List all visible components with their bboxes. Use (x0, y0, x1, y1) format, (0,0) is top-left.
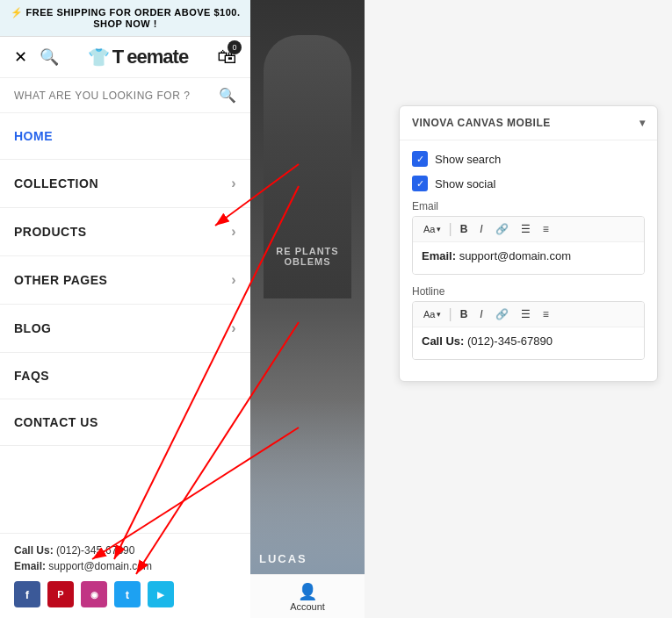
logo-text: eemate (126, 46, 188, 68)
link-btn-2[interactable]: 🔗 (491, 306, 513, 322)
bottom-nav-bar: 👤 Account (250, 574, 365, 618)
left-footer: Call Us: (012)-345-67890 Email: support@… (0, 533, 250, 618)
dropdown-arrow-icon[interactable]: ▾ (639, 117, 646, 129)
settings-panel: VINOVA CANVAS MOBILE ▾ ✓ Show search ✓ S… (399, 105, 658, 382)
show-social-label: Show social (435, 177, 495, 190)
banner-text: ⚡ FREE SHIPPING FOR ORDER ABOVE $100. SH… (11, 7, 241, 29)
show-social-checkbox[interactable]: ✓ (412, 176, 428, 191)
call-label: Call Us: (14, 544, 54, 557)
nav-item-home[interactable]: HOME (0, 113, 250, 160)
email-value: support@domain.com (48, 560, 152, 572)
social-icons-row: f P ◉ t ▶ (14, 581, 236, 607)
navigation-list: HOME COLLECTION › PRODUCTS › OTHER PAGES… (0, 113, 250, 533)
center-image: RE PLANTSOBLEMS LUCAS (250, 0, 365, 618)
nav-label-faqs: FAQS (14, 369, 49, 383)
site-logo: 👕 Teemate (88, 46, 188, 68)
email-line: Email: support@domain.com (14, 560, 236, 572)
font-size-btn-2[interactable]: Aa ▾ (420, 307, 444, 321)
hotline-editor: Aa ▾ | B I 🔗 ☰ ≡ Call Us: (012)-345-6789… (412, 301, 645, 360)
settings-panel-header: VINOVA CANVAS MOBILE ▾ (400, 106, 657, 140)
promo-banner: ⚡ FREE SHIPPING FOR ORDER ABOVE $100. SH… (0, 0, 250, 37)
email-content-bold: Email: (422, 249, 456, 262)
chevron-right-icon: › (231, 320, 236, 336)
hotline-content[interactable]: Call Us: (012)-345-67890 (413, 327, 644, 359)
nav-item-blog[interactable]: BLOG › (0, 305, 250, 353)
settings-panel-title: VINOVA CANVAS MOBILE (412, 117, 551, 129)
site-header: ✕ 🔍 👕 Teemate 🛍 0 (0, 37, 250, 78)
instagram-icon[interactable]: ◉ (81, 581, 107, 607)
header-left: ✕ 🔍 (14, 47, 59, 67)
nav-label-contact: CONTACT US (14, 415, 98, 429)
email-toolbar: Aa ▾ | B I 🔗 ☰ ≡ (413, 217, 644, 242)
chevron-right-icon: › (231, 224, 236, 240)
hotline-content-bold: Call Us: (422, 334, 464, 348)
pinterest-icon[interactable]: P (47, 581, 74, 607)
call-value: (012)-345-67890 (56, 544, 134, 557)
search-submit-icon[interactable]: 🔍 (219, 87, 236, 104)
nav-item-products[interactable]: PRODUCTS › (0, 208, 250, 256)
nav-label-home: HOME (14, 129, 53, 143)
email-content-value: support@domain.com (456, 249, 571, 262)
call-us-line: Call Us: (012)-345-67890 (14, 544, 236, 557)
logo-prefix: T (112, 46, 123, 68)
hotline-content-value: (012)-345-67890 (464, 334, 552, 348)
nav-label-collection: COLLECTION (14, 176, 98, 190)
email-editor: Aa ▾ | B I 🔗 ☰ ≡ Email: support@domain.c… (412, 216, 645, 275)
left-sidebar: ⚡ FREE SHIPPING FOR ORDER ABOVE $100. SH… (0, 0, 250, 618)
nav-label-other-pages: OTHER PAGES (14, 273, 107, 287)
vimeo-icon[interactable]: ▶ (148, 581, 174, 607)
search-icon[interactable]: 🔍 (40, 47, 59, 67)
chevron-right-icon: › (231, 176, 236, 191)
account-label: Account (290, 601, 325, 612)
email-content[interactable]: Email: support@domain.com (413, 242, 644, 274)
twitter-icon[interactable]: t (114, 581, 141, 607)
nav-item-other-pages[interactable]: OTHER PAGES › (0, 256, 250, 305)
email-field-label: Email (412, 200, 645, 212)
close-icon[interactable]: ✕ (14, 47, 27, 67)
nav-item-collection[interactable]: COLLECTION › (0, 160, 250, 208)
nav-label-products: PRODUCTS (14, 225, 87, 239)
ordered-list-btn-2[interactable]: ≡ (538, 306, 553, 322)
hotline-toolbar: Aa ▾ | B I 🔗 ☰ ≡ (413, 302, 644, 327)
show-social-row: ✓ Show social (412, 176, 645, 191)
italic-btn[interactable]: I (475, 221, 487, 237)
hotline-field-label: Hotline (412, 285, 645, 298)
search-input[interactable] (14, 90, 219, 102)
list-btn-2[interactable]: ☰ (517, 306, 535, 322)
list-btn[interactable]: ☰ (517, 221, 535, 237)
bold-btn-2[interactable]: B (456, 306, 473, 322)
search-bar: 🔍 (0, 78, 250, 113)
cart-button[interactable]: 🛍 0 (217, 46, 236, 68)
bold-btn[interactable]: B (456, 221, 473, 237)
nav-label-blog: BLOG (14, 321, 51, 335)
facebook-icon[interactable]: f (14, 581, 40, 607)
cart-badge: 0 (228, 40, 242, 54)
chevron-right-icon: › (231, 272, 236, 288)
account-icon: 👤 (298, 582, 317, 601)
show-search-checkbox[interactable]: ✓ (412, 151, 428, 167)
logo-tshirt-icon: 👕 (88, 47, 109, 68)
settings-panel-body: ✓ Show search ✓ Show social Email Aa ▾ |… (400, 140, 657, 381)
italic-btn-2[interactable]: I (475, 306, 487, 322)
nav-item-contact[interactable]: CONTACT US (0, 399, 250, 446)
show-search-label: Show search (435, 153, 501, 166)
show-search-row: ✓ Show search (412, 151, 645, 167)
link-btn[interactable]: 🔗 (491, 221, 513, 237)
font-size-btn[interactable]: Aa ▾ (420, 222, 444, 236)
nav-item-faqs[interactable]: FAQS (0, 353, 250, 399)
ordered-list-btn[interactable]: ≡ (538, 221, 553, 237)
email-label: Email: (14, 560, 46, 572)
